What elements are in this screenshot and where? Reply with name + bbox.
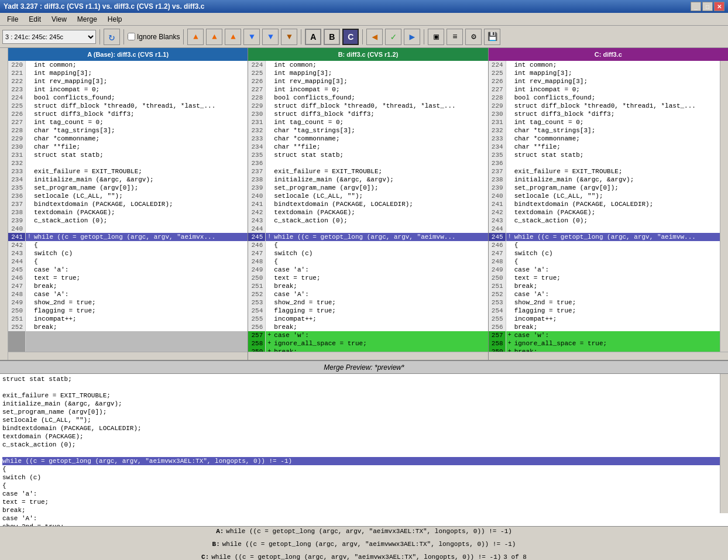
settings-btn[interactable]: ⚙ (465, 29, 482, 45)
main-content: A (Base): diff3.c (CVS r1.1) 220 int com… (0, 48, 728, 560)
status-c-label: C: (201, 554, 209, 560)
pane-c-vscroll[interactable] (720, 61, 728, 352)
status-b-row: B: while ((c = getopt_long (argc, argv, … (212, 541, 516, 548)
location-select[interactable]: 3 : 241c: 245c: 245c (2, 30, 96, 44)
diff-area: A (Base): diff3.c (CVS r1.1) 220 int com… (0, 48, 728, 361)
preview-vscroll[interactable] (720, 374, 728, 513)
menu-help[interactable]: Help (103, 14, 127, 25)
ignore-blanks-checkbox[interactable] (128, 33, 135, 40)
pane-b-body[interactable]: 224 int common;225 int mapping[3];226 in… (248, 61, 487, 352)
status-c-text: while ((c = getopt_long (argc, argv, "ae… (211, 554, 501, 560)
up-orange-btn-1[interactable]: ▲ (187, 29, 204, 45)
toolbar: 3 : 241c: 245c: 245c ↻ Ignore Blanks ▲ ▲… (0, 26, 728, 48)
menu-view[interactable]: View (47, 14, 71, 25)
ignore-blanks-text: Ignore Blanks (137, 33, 180, 41)
pane-a-hscroll[interactable] (8, 352, 248, 360)
btn-c[interactable]: C (342, 29, 359, 45)
save-btn[interactable]: 💾 (484, 29, 500, 45)
pane-a-header: A (Base): diff3.c (CVS r1.1) (8, 48, 248, 61)
status-b-label: B: (212, 541, 220, 548)
sep1 (99, 29, 100, 44)
btn-a[interactable]: A (305, 29, 321, 45)
sep2 (123, 29, 124, 44)
maximize-button[interactable]: □ (702, 2, 713, 11)
gutter-header-spacer (0, 48, 8, 61)
titlebar: Yadt 3.237 : diff3.c (CVS r1.1) vs. diff… (0, 0, 728, 13)
preview-header: Merge Preview: *preview* (0, 361, 728, 374)
btn-b[interactable]: B (324, 29, 340, 45)
merge-right-btn[interactable]: ▶ (404, 29, 420, 45)
minimize-button[interactable]: _ (691, 2, 701, 11)
pane-c-hscroll[interactable] (489, 352, 728, 360)
down-blue-btn-2[interactable]: ▼ (262, 29, 279, 45)
pane-c: C: diff3.c 224 int common;225 int mappin… (489, 48, 728, 360)
merge-left-btn[interactable]: ◀ (366, 29, 383, 45)
sep5 (362, 29, 363, 44)
sep4 (301, 29, 301, 44)
status-a-row: A: while ((c = getopt_long (argc, argv, … (216, 528, 512, 535)
pane-c-body[interactable]: 224 int common;225 int mapping[3];226 in… (489, 61, 728, 352)
menu-file[interactable]: File (2, 14, 23, 25)
view-btn-1[interactable]: ▣ (428, 29, 444, 45)
pane-c-header: C: diff3.c (489, 48, 728, 61)
close-button[interactable]: ✕ (714, 2, 724, 11)
merge-check-btn[interactable]: ✓ (385, 29, 401, 45)
titlebar-title: Yadt 3.237 : diff3.c (CVS r1.1) vs. diff… (4, 2, 204, 11)
status-a-label: A: (216, 528, 224, 535)
status-c-row: C: while ((c = getopt_long (argc, argv, … (201, 554, 527, 560)
view-btn-2[interactable]: ≡ (447, 29, 463, 45)
pane-b-hscroll[interactable] (248, 352, 487, 360)
titlebar-controls: _ □ ✕ (691, 2, 724, 11)
pane-b: B: diff3.c (CVS r1.2) 224 int common;225… (248, 48, 488, 360)
status-a-text: while ((c = getopt_long (argc, argv, "ae… (226, 528, 511, 535)
status-bar: A: while ((c = getopt_long (argc, argv, … (0, 526, 728, 560)
pane-a-body[interactable]: 220 int common;221 int mapping[3];222 in… (8, 61, 248, 352)
preview-body[interactable]: struct stat statb; exit_failure = EXIT_T… (0, 374, 728, 526)
sep6 (424, 29, 424, 44)
preview-area: Merge Preview: *preview* struct stat sta… (0, 361, 728, 526)
up-orange-btn-2[interactable]: ▲ (206, 29, 222, 45)
menu-merge[interactable]: Merge (73, 14, 102, 25)
left-gutter (0, 48, 8, 360)
refresh-button[interactable]: ↻ (104, 29, 120, 45)
pane-b-header: B: diff3.c (CVS r1.2) (248, 48, 487, 61)
status-b-text: while ((c = getopt_long (argc, argv, "ae… (222, 541, 516, 548)
ignore-blanks-label[interactable]: Ignore Blanks (128, 33, 180, 41)
down-blue-btn-3[interactable]: ▼ (281, 29, 297, 45)
down-blue-btn-1[interactable]: ▼ (243, 29, 260, 45)
menu-edit[interactable]: Edit (24, 14, 46, 25)
pane-a: A (Base): diff3.c (CVS r1.1) 220 int com… (8, 48, 248, 360)
position-indicator: 3 of 8 (503, 554, 527, 560)
sep3 (183, 29, 184, 44)
up-orange-btn-3[interactable]: ▲ (225, 29, 241, 45)
menubar: File Edit View Merge Help (0, 13, 728, 26)
